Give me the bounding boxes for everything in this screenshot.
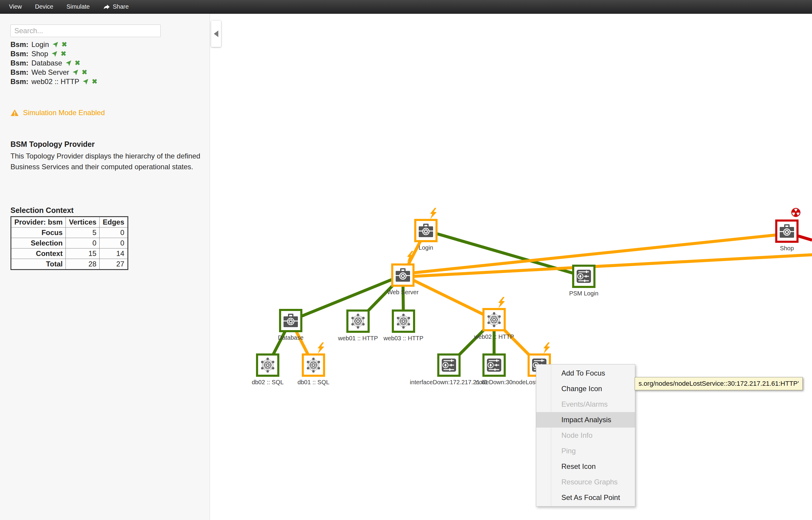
reduction-key-alarm-icon — [486, 357, 502, 373]
focus-item-prefix: Bsm: — [10, 59, 28, 67]
selection-table-header: Provider: bsm — [11, 217, 66, 228]
selection-table-row-total: Total2827 — [11, 259, 128, 270]
selection-row-vertices: 5 — [66, 228, 100, 238]
remove-from-focus-button[interactable]: ✖ — [82, 69, 87, 76]
selection-row-label: Context — [11, 249, 66, 259]
remove-from-focus-button[interactable]: ✖ — [75, 60, 80, 67]
lightning-bolt-icon — [405, 250, 415, 263]
focus-item-label: Shop — [31, 50, 48, 58]
selection-table-header: Vertices — [66, 217, 100, 228]
menu-item-view[interactable]: View — [9, 3, 22, 10]
focus-item-prefix: Bsm: — [10, 50, 28, 58]
search-input[interactable] — [10, 25, 161, 37]
selection-row-edges: 27 — [100, 259, 128, 270]
locate-arrow-icon — [51, 51, 58, 57]
ip-service-molecule-icon — [395, 313, 412, 330]
focus-item-label: Login — [31, 41, 49, 49]
node-db02-sql[interactable] — [256, 354, 279, 377]
node-label-psm-login: PSM Login — [521, 290, 647, 297]
collapse-arrow-icon — [214, 30, 218, 37]
sidebar: Bsm:Login ✖Bsm:Shop ✖Bsm:Database ✖Bsm:W… — [0, 14, 210, 520]
node-db01-sql[interactable] — [302, 354, 325, 377]
selection-table-header: Edges — [100, 217, 128, 228]
menu-item-device[interactable]: Device — [35, 3, 53, 10]
node-database[interactable] — [279, 309, 303, 332]
node-web-server[interactable] — [391, 263, 415, 287]
share-arrow-icon — [103, 4, 110, 9]
node-psm-login[interactable] — [572, 265, 596, 288]
context-menu-item-add-to-focus[interactable]: Add To Focus — [536, 365, 635, 381]
business-service-briefcase-icon — [418, 222, 434, 239]
locate-arrow-icon — [72, 69, 79, 76]
center-on-vertex-button[interactable] — [72, 69, 79, 76]
provider-description: This Topology Provider displays the hier… — [10, 151, 202, 172]
selection-row-edges: 0 — [100, 238, 128, 249]
node-label-db01-sql: db01 :: SQL — [251, 379, 376, 386]
focus-item-prefix: Bsm: — [10, 68, 28, 77]
business-service-briefcase-icon — [779, 223, 795, 239]
topology-app: View Device Simulate Share Bsm:Login ✖Bs… — [0, 0, 812, 520]
focus-item-label: web02 :: HTTP — [31, 77, 79, 86]
focus-item-label: Web Server — [31, 68, 69, 77]
selection-row-edges: 14 — [100, 249, 128, 259]
center-on-vertex-button[interactable] — [82, 78, 89, 85]
radiation-critical-icon: ☢ — [790, 207, 801, 218]
node-nodedown-30[interactable] — [482, 354, 506, 377]
focus-list: Bsm:Login ✖Bsm:Shop ✖Bsm:Database ✖Bsm:W… — [10, 40, 204, 86]
ip-service-molecule-icon — [486, 311, 502, 328]
selection-context-title: Selection Context — [10, 206, 74, 215]
topology-edge[interactable] — [403, 255, 812, 277]
topology-edge[interactable] — [403, 275, 494, 320]
business-service-briefcase-icon — [282, 312, 299, 329]
focus-item-prefix: Bsm: — [10, 77, 28, 86]
focus-item-label: Database — [31, 59, 62, 67]
center-on-vertex-button[interactable] — [52, 41, 59, 48]
menu-item-share[interactable]: Share — [103, 3, 129, 10]
context-menu-item-node-info: Node Info — [536, 427, 635, 443]
locate-arrow-icon — [52, 41, 59, 48]
selection-row-label: Focus — [11, 228, 66, 238]
node-web03-http[interactable] — [392, 310, 415, 333]
simulation-warning-text: Simulation Mode Enabled — [23, 108, 105, 117]
focus-item-web02-http: Bsm:web02 :: HTTP ✖ — [10, 77, 204, 86]
node-login[interactable] — [414, 219, 438, 242]
selection-row-label: Selection — [11, 238, 66, 249]
business-service-briefcase-icon — [394, 267, 411, 284]
node-shop[interactable] — [775, 219, 798, 243]
selection-table-row-selection: Selection00 — [11, 238, 128, 249]
reduction-key-alarm-icon — [575, 268, 592, 285]
node-interfacedown-172-217-21-61[interactable] — [437, 354, 461, 377]
focus-item-web-server: Bsm:Web Server ✖ — [10, 68, 204, 77]
focus-item-login: Bsm:Login ✖ — [10, 40, 204, 49]
ip-service-molecule-icon — [350, 313, 366, 330]
remove-from-focus-button[interactable]: ✖ — [61, 41, 67, 48]
focus-item-prefix: Bsm: — [10, 41, 28, 49]
center-on-vertex-button[interactable] — [65, 60, 72, 67]
ip-service-molecule-icon — [259, 357, 276, 373]
context-menu-item-reset-icon[interactable]: Reset Icon — [536, 459, 635, 474]
context-menu-item-ping: Ping — [536, 443, 635, 459]
locate-arrow-icon — [65, 60, 72, 67]
selection-row-vertices: 15 — [66, 249, 100, 259]
context-menu-item-change-icon[interactable]: Change Icon — [536, 381, 635, 396]
lightning-bolt-icon — [542, 341, 551, 354]
menu-item-simulate[interactable]: Simulate — [67, 3, 90, 10]
remove-from-focus-button[interactable]: ✖ — [61, 51, 66, 57]
focus-item-shop: Bsm:Shop ✖ — [10, 49, 204, 58]
context-menu-item-impact-analysis[interactable]: Impact Analysis — [536, 412, 635, 427]
node-web01-http[interactable] — [346, 310, 370, 333]
remove-from-focus-button[interactable]: ✖ — [92, 78, 97, 85]
focus-item-database: Bsm:Database ✖ — [10, 58, 204, 68]
context-menu-item-set-as-focal-point[interactable]: Set As Focal Point — [536, 490, 635, 505]
center-on-vertex-button[interactable] — [51, 51, 58, 57]
selection-table-row-focus: Focus50 — [11, 228, 128, 238]
warning-triangle-icon — [10, 109, 19, 116]
node-label-web02-http: web02 :: HTTP — [431, 333, 557, 340]
selection-row-vertices: 0 — [66, 238, 100, 249]
selection-row-edges: 0 — [100, 228, 128, 238]
ip-service-molecule-icon — [305, 357, 322, 373]
collapse-sidebar-button[interactable] — [211, 21, 221, 47]
node-web02-http[interactable] — [482, 308, 506, 331]
selection-row-vertices: 28 — [66, 259, 100, 270]
node-label-web-server: Web Server — [340, 289, 466, 296]
